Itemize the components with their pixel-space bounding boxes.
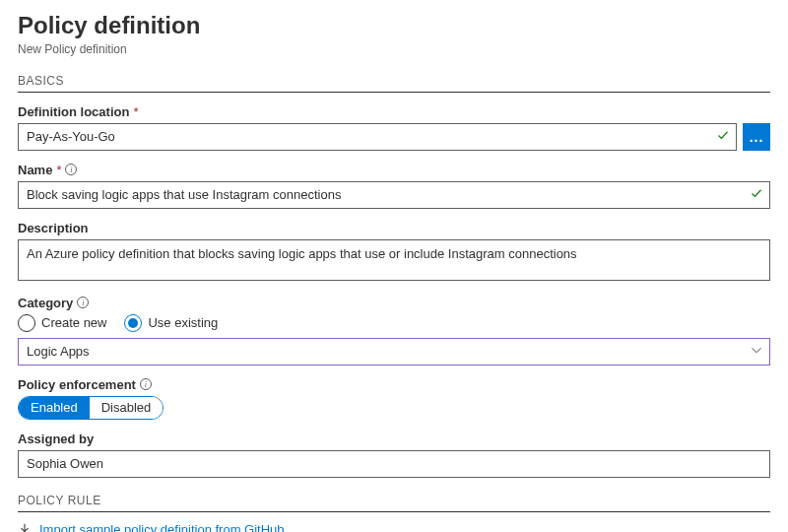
required-marker: * xyxy=(133,104,138,119)
field-assigned-by: Assigned by xyxy=(18,432,770,478)
page-header: Policy definition New Policy definition xyxy=(18,12,770,56)
label-assigned-by: Assigned by xyxy=(18,432,770,446)
radio-icon xyxy=(18,314,35,332)
toggle-disabled[interactable]: Disabled xyxy=(90,397,164,419)
info-icon[interactable]: i xyxy=(65,164,77,175)
field-name: Name * i xyxy=(18,163,770,209)
label-category-text: Category xyxy=(18,296,73,310)
radio-create-new-label: Create new xyxy=(41,315,106,330)
toggle-enabled[interactable]: Enabled xyxy=(19,397,90,419)
section-basics-header: BASICS xyxy=(18,74,770,93)
import-github-link[interactable]: Import sample policy definition from Git… xyxy=(18,522,285,532)
ellipsis-icon: ... xyxy=(750,129,764,145)
radio-use-existing[interactable]: Use existing xyxy=(124,314,218,332)
radio-use-existing-label: Use existing xyxy=(148,315,218,330)
info-icon[interactable]: i xyxy=(140,378,152,390)
label-description: Description xyxy=(18,221,770,235)
category-select-value: Logic Apps xyxy=(27,344,90,359)
name-input[interactable] xyxy=(18,181,770,209)
radio-create-new[interactable]: Create new xyxy=(18,314,106,332)
radio-icon-selected xyxy=(124,314,142,332)
download-icon xyxy=(18,522,32,532)
description-input[interactable]: An Azure policy definition that blocks s… xyxy=(18,239,770,281)
label-definition-location-text: Definition location xyxy=(18,104,129,119)
section-policy-rule-header: POLICY RULE xyxy=(18,494,770,512)
label-name-text: Name xyxy=(18,163,52,177)
page-subtitle: New Policy definition xyxy=(18,42,770,56)
field-description: Description An Azure policy definition t… xyxy=(18,221,770,284)
policy-enforcement-toggle[interactable]: Enabled Disabled xyxy=(18,396,164,420)
required-marker: * xyxy=(56,163,61,177)
label-definition-location: Definition location * xyxy=(18,104,770,119)
assigned-by-input[interactable] xyxy=(18,450,770,478)
import-github-link-text: Import sample policy definition from Git… xyxy=(39,522,285,532)
field-policy-enforcement: Policy enforcement i Enabled Disabled xyxy=(18,377,770,420)
field-category: Category i Create new Use existing Logic… xyxy=(18,296,770,366)
field-definition-location: Definition location * ... xyxy=(18,104,770,151)
info-icon[interactable]: i xyxy=(77,297,89,308)
definition-location-input[interactable] xyxy=(18,123,737,151)
category-select[interactable]: Logic Apps xyxy=(18,338,770,366)
label-category: Category i xyxy=(18,296,770,310)
label-name: Name * i xyxy=(18,163,770,177)
label-policy-enforcement-text: Policy enforcement xyxy=(18,377,136,392)
label-policy-enforcement: Policy enforcement i xyxy=(18,377,770,392)
page-title: Policy definition xyxy=(18,12,770,40)
definition-location-browse-button[interactable]: ... xyxy=(743,123,770,151)
